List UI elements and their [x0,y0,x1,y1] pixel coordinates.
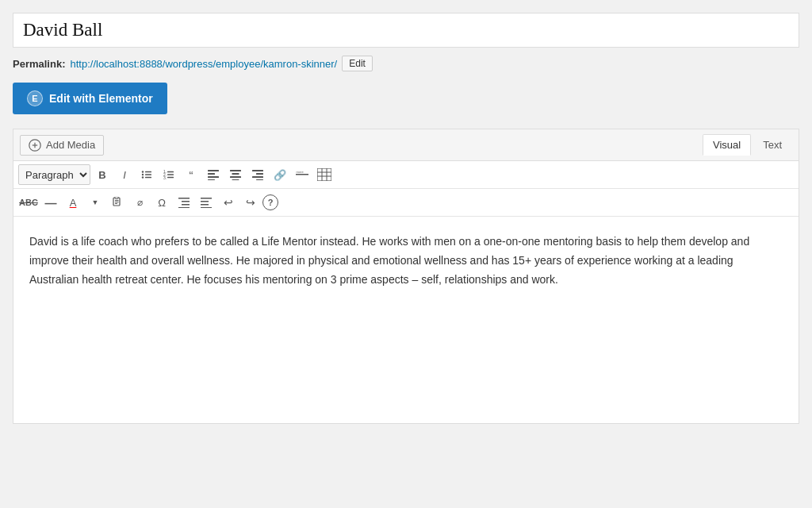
editor-wrapper: Add Media Visual Text Paragraph Heading … [13,129,799,424]
toolbar-row-1: Paragraph Heading 1 Heading 2 Heading 3 … [13,161,799,189]
svg-rect-27 [296,174,308,175]
paragraph-select[interactable]: Paragraph Heading 1 Heading 2 Heading 3 … [18,164,90,185]
blockquote-button[interactable]: “ [181,164,201,185]
add-media-bar: Add Media Visual Text [13,129,799,161]
svg-rect-26 [256,179,263,180]
svg-rect-35 [115,197,118,199]
svg-rect-8 [145,177,151,178]
svg-rect-19 [230,170,241,171]
paste-text-icon [112,197,123,208]
svg-rect-14 [167,177,174,178]
more-tag-icon: more [296,169,308,180]
svg-rect-6 [145,174,151,175]
elementor-icon: E [27,90,43,106]
svg-point-7 [142,176,144,178]
svg-rect-23 [252,170,263,171]
svg-rect-25 [252,176,263,178]
redo-button[interactable]: ↪ [240,192,261,213]
italic-button[interactable]: I [114,164,135,185]
clear-formatting-button[interactable]: ⌀ [129,192,150,213]
editor-container: Permalink: http://localhost:8888/wordpre… [13,13,799,424]
editor-content-area[interactable]: David is a life coach who prefers to be … [13,217,799,423]
svg-point-3 [142,171,144,172]
unordered-list-button[interactable] [136,164,157,185]
svg-rect-44 [201,201,209,202]
paste-text-button[interactable] [107,192,128,213]
svg-point-5 [142,174,144,175]
special-chars-button[interactable]: Ω [151,192,172,213]
strikethrough-button[interactable]: ABC [18,192,39,213]
svg-text:more: more [297,170,304,174]
table-icon [317,168,331,181]
svg-rect-18 [208,179,215,180]
svg-rect-12 [167,174,174,175]
color-dropdown-button[interactable]: ▼ [85,192,105,213]
ordered-list-button[interactable]: 1. 2. 3. [159,164,179,185]
svg-rect-43 [201,198,212,199]
permalink-label: Permalink: [13,58,65,70]
svg-rect-41 [182,204,190,206]
svg-rect-10 [167,171,174,172]
outdent-button[interactable] [196,192,216,213]
svg-rect-39 [178,198,190,199]
permalink-link[interactable]: http://localhost:8888/wordpress/employee… [70,58,337,70]
align-right-icon [252,169,263,180]
bold-button[interactable]: B [92,164,113,185]
tab-text[interactable]: Text [753,134,792,156]
outdent-icon [201,197,212,208]
post-title-input[interactable] [13,13,799,48]
ordered-list-icon: 1. 2. 3. [163,169,174,180]
svg-rect-40 [182,201,190,202]
svg-rect-45 [201,204,209,206]
indent-button[interactable] [174,192,194,213]
svg-rect-15 [208,170,219,171]
more-button[interactable]: more [292,164,312,185]
svg-rect-4 [145,171,151,172]
svg-rect-20 [232,173,239,175]
table-button[interactable] [314,164,335,185]
add-media-label: Add Media [46,139,95,151]
edit-with-elementor-button[interactable]: E Edit with Elementor [13,83,167,114]
editor-tabs: Visual Text [701,134,792,156]
unordered-list-icon [141,169,152,180]
add-media-icon [29,139,41,152]
svg-rect-42 [178,207,190,208]
svg-rect-24 [256,173,263,175]
text-color-button[interactable]: A [63,192,83,213]
align-center-button[interactable] [225,164,246,185]
undo-button[interactable]: ↩ [218,192,239,213]
svg-rect-46 [201,207,212,208]
svg-text:3.: 3. [163,175,167,180]
svg-rect-21 [230,176,241,178]
svg-rect-22 [232,179,239,180]
tab-visual[interactable]: Visual [703,134,751,156]
editor-content-paragraph: David is a life coach who prefers to be … [29,233,783,289]
permalink-row: Permalink: http://localhost:8888/wordpre… [13,56,799,71]
indent-icon [178,197,190,208]
elementor-button-label: Edit with Elementor [49,92,153,105]
permalink-edit-button[interactable]: Edit [342,56,373,71]
svg-rect-16 [208,173,215,175]
toolbar-row-2: ABC — A ▼ ⌀ Ω [13,189,799,217]
align-left-icon [208,169,219,180]
link-button[interactable]: 🔗 [270,164,290,185]
help-button[interactable]: ? [262,194,278,210]
align-right-button[interactable] [247,164,268,185]
align-center-icon [230,169,241,180]
svg-rect-17 [208,176,219,178]
align-left-button[interactable] [203,164,224,185]
horizontal-rule-button[interactable]: — [40,192,61,213]
add-media-button[interactable]: Add Media [20,135,104,156]
svg-rect-29 [317,168,331,181]
